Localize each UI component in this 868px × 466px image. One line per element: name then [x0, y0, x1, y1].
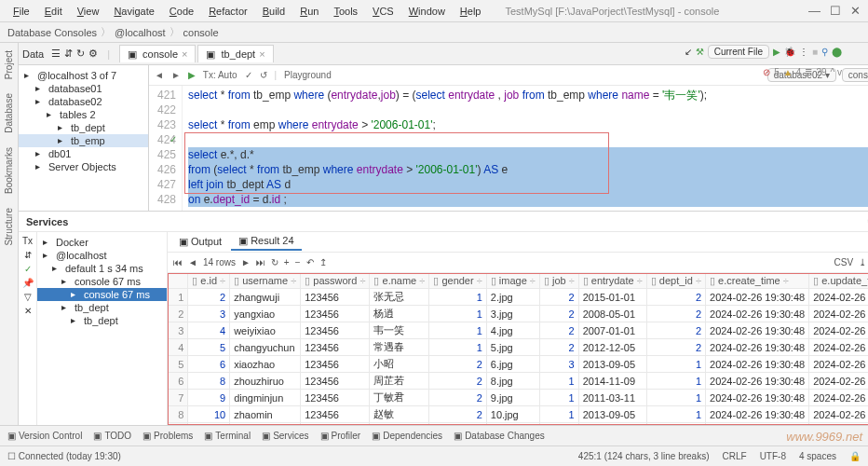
services-tree-node[interactable]: ▸ default 1 s 34 ms: [37, 262, 167, 275]
more-run-icon[interactable]: ⋮: [799, 47, 808, 57]
tx-icon[interactable]: Tx: [22, 236, 33, 246]
table-row[interactable]: 23yangxiao123456杨逍13.jpg22008-05-0122024…: [169, 306, 869, 322]
tree-node[interactable]: ▸ database02: [19, 95, 148, 108]
ide-updates-icon[interactable]: ⬤: [832, 47, 842, 57]
status-lock-icon[interactable]: 🔒: [849, 451, 861, 461]
menu-tools[interactable]: Tools: [328, 4, 363, 19]
search-icon[interactable]: ⚲: [821, 47, 828, 57]
stripe-database[interactable]: Database: [4, 93, 14, 133]
error-icon[interactable]: ⊘: [763, 67, 770, 77]
last-page-icon[interactable]: ⏭: [256, 257, 265, 267]
menu-window[interactable]: Window: [403, 4, 451, 19]
toolwindow-profiler[interactable]: ▣ Profiler: [320, 431, 361, 441]
stripe-project[interactable]: Project: [4, 50, 14, 79]
services-tree-node[interactable]: ▸ @localhost: [37, 249, 167, 262]
services-tree-node[interactable]: ▸ Docker: [37, 236, 167, 249]
output-tab-result-24[interactable]: ▣ Result 24: [231, 233, 302, 251]
stripe-structure[interactable]: Structure: [4, 208, 14, 246]
add-row-icon[interactable]: +: [284, 257, 290, 267]
remove-row-icon[interactable]: −: [295, 257, 301, 267]
toolwindow-todo[interactable]: ▣ TODO: [93, 431, 131, 441]
menu-code[interactable]: Code: [164, 4, 199, 19]
services-tree-node[interactable]: ▸ console 67 ms: [37, 288, 167, 301]
first-page-icon[interactable]: ⏮: [173, 257, 183, 267]
weak-warning-icon[interactable]: ≣: [805, 67, 812, 77]
csv-export[interactable]: CSV: [834, 257, 854, 267]
stop-icon[interactable]: ■: [812, 47, 818, 57]
code-editor[interactable]: 421422423424425426427428 ✓ select * from…: [149, 86, 868, 211]
apply-icon[interactable]: ✓: [24, 264, 32, 274]
table-row[interactable]: 911luzhangke123456鹿杖客111.jpg52007-02-013…: [169, 423, 869, 426]
toolwindow-services[interactable]: ▣ Services: [262, 431, 308, 441]
status-eol[interactable]: CRLF: [723, 451, 747, 461]
playground-label[interactable]: Playground: [284, 70, 332, 80]
pin-icon[interactable]: 📌: [22, 278, 34, 288]
close-tab-icon[interactable]: ×: [182, 48, 187, 60]
table-row[interactable]: 34weiyixiao123456韦一笑14.jpg22007-01-01220…: [169, 322, 869, 339]
breadcrumb-item[interactable]: Database Consoles: [7, 27, 97, 38]
table-row[interactable]: 12zhangwuji123456张无忌12.jpg22015-01-01220…: [169, 289, 869, 306]
column-header[interactable]: ▯ e.create_time ÷: [706, 274, 809, 289]
toolwindow-terminal[interactable]: ▣ Terminal: [204, 431, 251, 441]
stop-svc-icon[interactable]: ✕: [24, 306, 32, 316]
warning-icon[interactable]: ▲: [783, 67, 793, 77]
filter-icon[interactable]: ☰: [51, 48, 61, 60]
status-caret[interactable]: 425:1 (124 chars, 3 line breaks): [578, 451, 710, 461]
menu-run[interactable]: Run: [294, 4, 324, 19]
table-row[interactable]: 68zhouzhiruo123456周芷若28.jpg12014-11-0912…: [169, 373, 869, 390]
close-tab-icon[interactable]: ×: [259, 48, 264, 60]
current-file-pill[interactable]: Current File: [708, 45, 769, 59]
breadcrumb-item[interactable]: @localhost: [115, 27, 166, 38]
tree-node[interactable]: ▸ @localhost 3 of 7: [19, 69, 148, 82]
next-icon[interactable]: ►: [171, 70, 181, 80]
tree-node[interactable]: ▸ database01: [19, 82, 148, 95]
run-gutter-icon[interactable]: ✓: [170, 134, 177, 144]
tx-mode[interactable]: Tx: Auto: [203, 70, 237, 80]
menu-file[interactable]: File: [7, 4, 35, 19]
output-tab-output[interactable]: ▣ Output: [171, 234, 229, 250]
table-row[interactable]: 56xiaozhao123456小昭26.jpg32013-09-0512024…: [169, 356, 869, 373]
column-header[interactable]: ▯ e.id ÷: [188, 274, 230, 289]
collapse-all-icon[interactable]: ⇵: [24, 250, 32, 260]
menu-refactor[interactable]: Refactor: [203, 4, 253, 19]
status-indent[interactable]: 4 spaces: [799, 451, 836, 461]
table-row[interactable]: 810zhaomin123456赵敏210.jpg12013-09-051202…: [169, 406, 869, 423]
nav-chevrons[interactable]: ^ v: [831, 67, 842, 77]
revert-icon[interactable]: ↶: [306, 257, 314, 267]
filter-svc-icon[interactable]: ▽: [24, 292, 32, 302]
column-header[interactable]: ▯ job ÷: [539, 274, 578, 289]
run-query-icon[interactable]: ▶: [188, 70, 196, 80]
tree-node[interactable]: ▸ Server Objects: [19, 160, 148, 173]
close-icon[interactable]: ✕: [850, 4, 861, 18]
column-header[interactable]: ▯ entrydate ÷: [578, 274, 646, 289]
toolwindow-version-control[interactable]: ▣ Version Control: [7, 431, 82, 441]
column-header[interactable]: ▯ password ÷: [301, 274, 370, 289]
editor-tab-console[interactable]: ▣console ×: [119, 45, 196, 62]
table-row[interactable]: 45changyuchun123456常遇春15.jpg22012-12-052…: [169, 339, 869, 356]
prev-page-icon[interactable]: ◄: [188, 257, 197, 267]
submit-icon[interactable]: ↥: [319, 257, 327, 267]
hammer-icon[interactable]: ⚒: [696, 47, 704, 57]
stripe-bookmarks[interactable]: Bookmarks: [4, 147, 14, 194]
maximize-icon[interactable]: ☐: [830, 4, 841, 18]
toolwindow-dependencies[interactable]: ▣ Dependencies: [372, 431, 442, 441]
schema-selector[interactable]: console ▾: [842, 68, 868, 82]
run-icon[interactable]: ▶: [773, 47, 780, 57]
refresh-icon[interactable]: ↻: [76, 48, 85, 60]
tree-node[interactable]: ▸ tables 2: [19, 108, 148, 121]
toolwindow-problems[interactable]: ▣ Problems: [142, 431, 193, 441]
results-grid[interactable]: ▯ e.id ÷▯ username ÷▯ password ÷▯ e.name…: [168, 273, 868, 425]
services-tree-node[interactable]: ▸ tb_dept: [37, 301, 167, 314]
table-row[interactable]: 79dingminjun123456丁敏君29.jpg12011-03-1112…: [169, 390, 869, 406]
menu-help[interactable]: Help: [454, 4, 487, 19]
tree-node[interactable]: ▸ tb_emp: [19, 134, 148, 147]
expand-icon[interactable]: ↙: [685, 47, 692, 57]
menu-navigate[interactable]: Navigate: [108, 4, 159, 19]
commit-icon[interactable]: ✓: [245, 70, 252, 80]
services-tree-node[interactable]: ▸ tb_dept: [37, 314, 167, 327]
status-encoding[interactable]: UTF-8: [760, 451, 786, 461]
menu-vcs[interactable]: VCS: [367, 4, 400, 19]
settings-icon[interactable]: ⚙: [88, 48, 98, 60]
services-tree-node[interactable]: ▸ console 67 ms: [37, 275, 167, 288]
column-header[interactable]: ▯ e.update_time ÷: [809, 274, 868, 289]
